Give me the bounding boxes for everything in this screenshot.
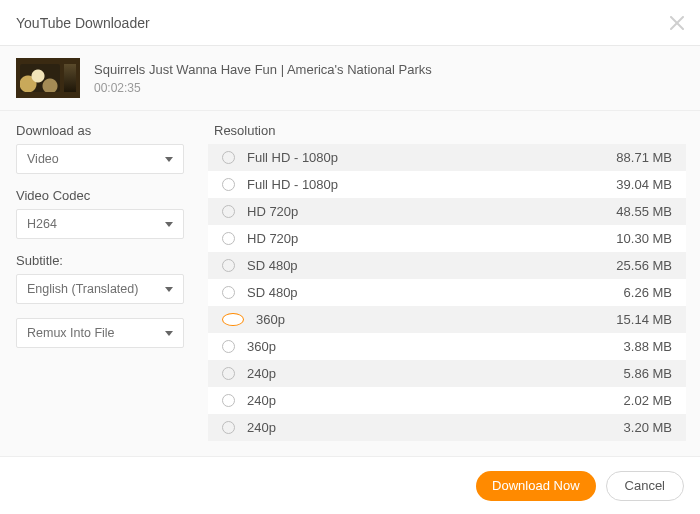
svg-marker-2 [165, 157, 173, 162]
resolution-size: 2.02 MB [624, 393, 672, 408]
subtitle-label: Subtitle: [16, 253, 184, 268]
cancel-button[interactable]: Cancel [606, 471, 684, 501]
resolution-size: 10.30 MB [616, 231, 672, 246]
radio-icon [222, 205, 235, 218]
remux-select[interactable]: Remux Into File [16, 318, 184, 348]
resolution-row[interactable]: 240p3.20 MB [208, 414, 686, 441]
resolution-row[interactable]: HD 720p10.30 MB [208, 225, 686, 252]
chevron-down-icon [165, 331, 173, 336]
download-as-select[interactable]: Video [16, 144, 184, 174]
resolution-row[interactable]: 240p5.86 MB [208, 360, 686, 387]
dialog-body: Download as Video Video Codec H264 Subti… [0, 111, 700, 456]
resolution-size: 88.71 MB [616, 150, 672, 165]
radio-icon [222, 259, 235, 272]
resolution-name: 360p [247, 339, 624, 354]
resolution-row[interactable]: SD 480p25.56 MB [208, 252, 686, 279]
dialog-footer: Download Now Cancel [0, 456, 700, 514]
resolution-size: 5.86 MB [624, 366, 672, 381]
resolution-size: 6.26 MB [624, 285, 672, 300]
codec-value: H264 [27, 217, 57, 231]
video-info-row: Squirrels Just Wanna Have Fun | America'… [0, 46, 700, 111]
radio-icon [222, 313, 244, 326]
chevron-down-icon [165, 287, 173, 292]
radio-icon [222, 340, 235, 353]
download-button[interactable]: Download Now [476, 471, 595, 501]
radio-icon [222, 286, 235, 299]
remux-value: Remux Into File [27, 326, 115, 340]
options-sidebar: Download as Video Video Codec H264 Subti… [0, 123, 200, 456]
resolution-name: 240p [247, 393, 624, 408]
radio-icon [222, 394, 235, 407]
resolution-name: 240p [247, 420, 624, 435]
resolution-name: 240p [247, 366, 624, 381]
codec-select[interactable]: H264 [16, 209, 184, 239]
resolution-size: 48.55 MB [616, 204, 672, 219]
resolution-row[interactable]: Full HD - 1080p39.04 MB [208, 171, 686, 198]
video-duration: 00:02:35 [94, 81, 432, 95]
resolution-pane: Resolution Full HD - 1080p88.71 MBFull H… [200, 123, 700, 456]
radio-icon [222, 421, 235, 434]
resolution-name: HD 720p [247, 204, 616, 219]
window-title: YouTube Downloader [16, 15, 150, 31]
resolution-size: 3.20 MB [624, 420, 672, 435]
chevron-down-icon [165, 157, 173, 162]
resolution-name: SD 480p [247, 258, 616, 273]
resolution-name: SD 480p [247, 285, 624, 300]
download-as-value: Video [27, 152, 59, 166]
resolution-name: 360p [256, 312, 616, 327]
radio-icon [222, 151, 235, 164]
svg-marker-5 [165, 331, 173, 336]
resolution-row[interactable]: SD 480p6.26 MB [208, 279, 686, 306]
resolution-name: HD 720p [247, 231, 616, 246]
resolution-size: 15.14 MB [616, 312, 672, 327]
video-thumbnail [16, 58, 80, 98]
radio-icon [222, 178, 235, 191]
resolution-list[interactable]: Full HD - 1080p88.71 MBFull HD - 1080p39… [208, 144, 688, 456]
resolution-row[interactable]: 360p15.14 MB [208, 306, 686, 333]
download-as-label: Download as [16, 123, 184, 138]
radio-icon [222, 232, 235, 245]
subtitle-value: English (Translated) [27, 282, 138, 296]
resolution-row[interactable]: Full HD - 1080p88.71 MB [208, 144, 686, 171]
window-header: YouTube Downloader [0, 0, 700, 46]
resolution-name: Full HD - 1080p [247, 177, 616, 192]
resolution-row[interactable]: 240p2.02 MB [208, 387, 686, 414]
codec-label: Video Codec [16, 188, 184, 203]
close-icon[interactable] [670, 16, 684, 30]
resolution-name: Full HD - 1080p [247, 150, 616, 165]
resolution-size: 25.56 MB [616, 258, 672, 273]
subtitle-select[interactable]: English (Translated) [16, 274, 184, 304]
svg-marker-4 [165, 287, 173, 292]
resolution-label: Resolution [214, 123, 688, 138]
svg-marker-3 [165, 222, 173, 227]
radio-icon [222, 367, 235, 380]
video-title: Squirrels Just Wanna Have Fun | America'… [94, 62, 432, 77]
resolution-size: 3.88 MB [624, 339, 672, 354]
resolution-size: 39.04 MB [616, 177, 672, 192]
chevron-down-icon [165, 222, 173, 227]
resolution-row[interactable]: HD 720p48.55 MB [208, 198, 686, 225]
resolution-row[interactable]: 360p3.88 MB [208, 333, 686, 360]
